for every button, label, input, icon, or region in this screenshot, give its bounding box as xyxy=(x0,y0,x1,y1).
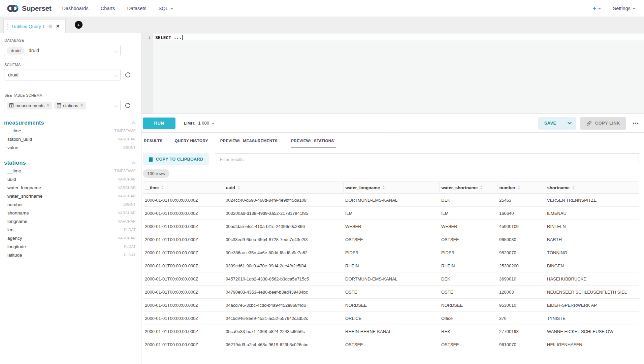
table-cell: 04cbc946-8ee9-4521-ac52-557642cad52c xyxy=(224,312,343,325)
save-button[interactable]: SAVE xyxy=(538,117,563,130)
refresh-tables-button[interactable] xyxy=(124,101,132,109)
sort-icon[interactable] xyxy=(480,186,483,189)
query-tab-untitled-query-1[interactable]: Untitled Query 1 ✕ xyxy=(3,19,66,33)
column-header-number[interactable]: number xyxy=(497,182,545,194)
table-cell: 2000-01-01T00:00:00.000Z xyxy=(143,207,224,220)
table-cell: VERSEN TRENNSPITZE xyxy=(545,194,639,207)
caret-down-icon xyxy=(170,8,173,9)
table-icon xyxy=(57,103,61,107)
table-cell: 2000-01-01T00:00:00.000Z xyxy=(143,299,224,312)
copy-to-clipboard-button[interactable]: COPY TO CLIPBOARD xyxy=(143,153,209,165)
results-tab-preview-stations[interactable]: PREVIEW: `STATIONS` xyxy=(291,137,336,147)
schema-column-row: latitudeFLOAT xyxy=(4,251,137,259)
table-chip-stations[interactable]: stations✕ xyxy=(54,102,86,109)
table-row: 2000-01-01T00:00:00.000Z04790e03-4353-4e… xyxy=(143,286,639,299)
schema-header-measurements[interactable]: measurements xyxy=(4,120,137,126)
schema-column-row: valueBIGINT xyxy=(4,144,137,151)
tab-drag-handle-icon[interactable] xyxy=(7,23,8,30)
nav-item-label: Dashboards xyxy=(62,6,88,11)
save-options-button[interactable] xyxy=(563,117,576,130)
column-type: TIMESTAMP xyxy=(115,169,136,173)
table-cell: OSTSEE xyxy=(343,338,439,351)
nav-item-dashboards[interactable]: Dashboards xyxy=(62,6,88,11)
nav-item-sql[interactable]: SQL xyxy=(159,6,173,11)
sort-desc-icon xyxy=(480,188,483,189)
chevron-up-icon[interactable] xyxy=(131,121,136,124)
superset-logo[interactable]: Superset xyxy=(7,3,51,13)
sort-icon[interactable] xyxy=(161,186,164,189)
table-cell: 3690010 xyxy=(497,272,545,286)
table-cell: DORTMUND-EMS-KANAL xyxy=(343,272,439,286)
schema-select[interactable]: druid xyxy=(4,69,121,80)
table-row: 2000-01-01T00:00:00.000Z003200ab-d138-49… xyxy=(143,207,639,220)
caret-down-icon xyxy=(633,8,635,9)
table-cell: 00e386ac-e35c-4a6e-80dd-f8cd8a9e7a62 xyxy=(224,246,343,259)
schema-header-stations[interactable]: stations xyxy=(4,160,137,166)
table-cell: OSTE xyxy=(439,286,497,299)
table-row: 2000-01-01T00:00:00.000Z05ca0e33-5c71-43… xyxy=(143,325,639,338)
column-header-water-longname[interactable]: water_longname xyxy=(343,182,439,194)
refresh-schemas-button[interactable] xyxy=(124,71,132,79)
save-query-split-button[interactable]: SAVE xyxy=(538,117,576,130)
results-grid-header: __timeuuidwater_longnamewater_shortnamen… xyxy=(143,182,639,194)
chevron-up-icon[interactable] xyxy=(131,161,136,164)
filter-results-input[interactable] xyxy=(215,153,639,165)
sql-lab-sidebar: DATABASE druid druid SCHEMA druid SEE TA… xyxy=(0,33,141,364)
nav-item-datasets[interactable]: Datasets xyxy=(127,6,146,11)
nav-item-charts[interactable]: Charts xyxy=(101,6,115,11)
column-header-water-shortname[interactable]: water_shortname xyxy=(439,182,497,194)
pane-resize-handle[interactable] xyxy=(387,131,398,133)
chevron-down-icon xyxy=(114,73,118,77)
more-actions-button[interactable]: ••• xyxy=(633,121,639,126)
sql-editor[interactable]: 1 SELECT ... xyxy=(141,33,644,114)
results-pane: RESULTSQUERY HISTORYPREVIEW: `MEASUREMEN… xyxy=(141,133,644,364)
sort-asc-icon xyxy=(572,186,575,187)
results-tab-query-history[interactable]: QUERY HISTORY xyxy=(174,137,208,147)
schema-column-row: __timeTIMESTAMP xyxy=(4,167,137,174)
close-tab-icon[interactable]: ✕ xyxy=(56,24,60,29)
database-select[interactable]: druid druid xyxy=(4,45,121,56)
sql-code: SELECT ... xyxy=(155,35,182,40)
table-chip-measurements[interactable]: measurements✕ xyxy=(7,102,52,109)
column-header-uuid[interactable]: uuid xyxy=(224,182,343,194)
column-name: value xyxy=(7,145,18,150)
new-query-tab-button[interactable]: + xyxy=(75,21,83,29)
line-number: 1 xyxy=(141,35,151,40)
results-tab-results[interactable]: RESULTS xyxy=(143,137,163,147)
table-cell: BARTH xyxy=(545,233,639,246)
table-cell: 27700193 xyxy=(497,325,545,338)
table-cell: WESER xyxy=(439,220,497,233)
nav-item-settings[interactable]: Settings xyxy=(613,6,635,11)
results-tab-preview-measurements[interactable]: PREVIEW: `MEASUREMENTS` xyxy=(220,137,279,147)
table-cell: 126003 xyxy=(497,286,545,299)
run-query-button[interactable]: RUN xyxy=(143,118,175,129)
new-item-menu-label: + xyxy=(593,5,596,12)
sort-asc-icon xyxy=(382,186,385,187)
limit-dropdown[interactable]: LIMIT: 1 000 xyxy=(184,121,215,126)
sort-icon[interactable] xyxy=(518,186,520,189)
sort-icon[interactable] xyxy=(382,186,385,189)
column-header-shortname[interactable]: shortname xyxy=(545,182,639,194)
sort-icon[interactable] xyxy=(237,186,240,189)
remove-chip-icon[interactable]: ✕ xyxy=(46,103,50,108)
new-item-menu[interactable]: + xyxy=(593,5,601,12)
column-header-time[interactable]: __time xyxy=(143,182,224,194)
table-row: 2000-01-01T00:00:00.000Z04572010-1db2-43… xyxy=(143,272,639,286)
refresh-icon xyxy=(125,102,131,109)
table-cell: DEK xyxy=(439,272,497,286)
remove-chip-icon[interactable]: ✕ xyxy=(80,103,83,108)
schema-column-row: kmFLOAT xyxy=(4,226,137,233)
sort-icon[interactable] xyxy=(572,186,575,189)
schema-column-row: water_shortnameVARCHAR xyxy=(4,192,137,200)
schema-column-row: agencyVARCHAR xyxy=(4,234,137,242)
table-cell: BINGEN xyxy=(545,259,639,272)
table-cell: 2000-01-01T00:00:00.000Z xyxy=(143,338,224,351)
table-cell: Orlice xyxy=(439,312,497,325)
sort-asc-icon xyxy=(161,186,164,187)
main-nav: DashboardsChartsDatasetsSQL xyxy=(62,6,173,11)
editor-code-area[interactable]: SELECT ... xyxy=(153,33,644,113)
copy-link-button[interactable]: COPY LINK xyxy=(580,117,626,130)
table-cell: TYNISTE xyxy=(545,312,639,325)
column-type: VARCHAR xyxy=(118,211,136,215)
table-schema-select[interactable]: measurements✕stations✕ xyxy=(4,100,121,111)
